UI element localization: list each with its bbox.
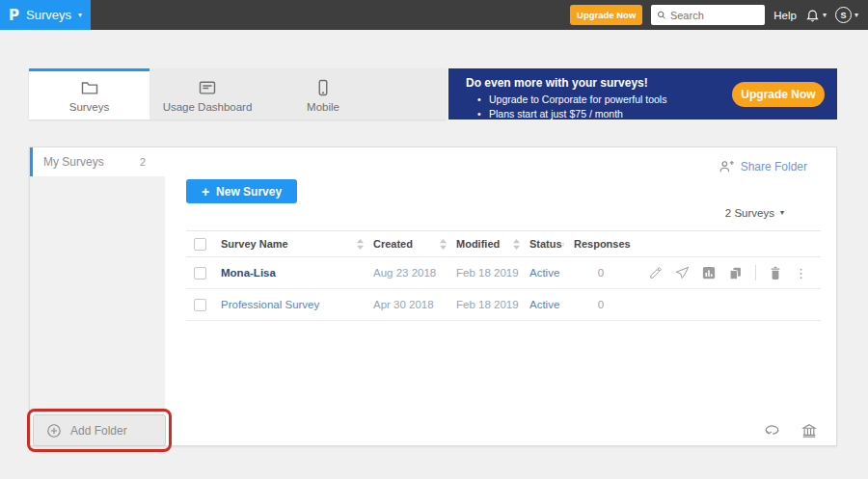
upgrade-banner: Do even more with your surveys! Upgrade …: [448, 68, 837, 120]
survey-count-label: 2 Surveys: [725, 207, 774, 219]
table-row: Mona-Lisa Aug 23 2018 Feb 18 2019 Active…: [186, 257, 821, 289]
notifications-menu[interactable]: ▾: [805, 8, 827, 22]
sort-icon[interactable]: [357, 239, 364, 250]
folder-icon: [80, 78, 99, 97]
tab-label: Surveys: [69, 101, 110, 113]
row-checkbox[interactable]: [194, 267, 206, 279]
sidebar-item-my-surveys[interactable]: My Surveys 2: [30, 147, 165, 176]
chevron-down-icon: ▾: [854, 12, 858, 19]
column-header-responses[interactable]: Responses: [574, 238, 628, 250]
modified-date: Feb 18 2019: [456, 267, 529, 279]
row-actions: ⋮: [628, 265, 821, 280]
tab-mobile[interactable]: Mobile: [265, 68, 381, 120]
delete-trash-icon[interactable]: [769, 266, 782, 280]
more-kebab-icon[interactable]: ⋮: [795, 267, 807, 279]
panel-footer-icons: [765, 423, 817, 438]
survey-name-link[interactable]: Professional Survey: [221, 299, 373, 310]
created-date: Apr 30 2018: [373, 299, 456, 310]
avatar: S: [835, 7, 852, 23]
chevron-down-icon: ▾: [78, 12, 82, 19]
column-header-created[interactable]: Created: [373, 238, 456, 250]
survey-count-dropdown[interactable]: 2 Surveys ▾: [725, 207, 784, 219]
share-person-icon: [719, 159, 735, 173]
created-date: Aug 23 2018: [373, 267, 456, 279]
add-folder-button[interactable]: Add Folder: [33, 414, 166, 446]
tab-label: Mobile: [307, 101, 339, 113]
folder-list-area: [30, 176, 165, 411]
share-folder-label: Share Folder: [741, 160, 807, 173]
banner-bullet: Plans start at just $75 / month: [466, 107, 837, 121]
send-plane-icon[interactable]: [675, 266, 690, 280]
survey-name-link[interactable]: Mona-Lisa: [221, 267, 373, 279]
surveys-table: Survey Name Created Modified Status Resp…: [186, 230, 821, 321]
sort-icon[interactable]: [562, 239, 564, 250]
reports-chart-icon[interactable]: [702, 266, 716, 279]
app-menu-label: Surveys: [26, 8, 71, 22]
plus-circle-icon: [46, 423, 62, 439]
add-folder-label: Add Folder: [70, 424, 127, 438]
column-header-status[interactable]: Status: [529, 238, 574, 250]
tab-surveys[interactable]: Surveys: [29, 68, 149, 120]
sort-icon[interactable]: [440, 239, 447, 250]
modified-date: Feb 18 2019: [456, 299, 529, 310]
search-box[interactable]: [651, 5, 765, 25]
share-folder-link[interactable]: Share Folder: [719, 159, 807, 173]
status-value[interactable]: Active: [529, 267, 574, 279]
actions-divider: [755, 265, 756, 280]
chevron-down-icon: ▾: [823, 12, 827, 19]
status-value[interactable]: Active: [529, 299, 574, 310]
row-checkbox[interactable]: [194, 299, 206, 311]
responses-count: 0: [598, 267, 604, 279]
search-icon: [657, 10, 666, 20]
chevron-down-icon: ▾: [780, 209, 784, 217]
banner-upgrade-button[interactable]: Upgrade Now: [732, 82, 825, 107]
column-header-modified[interactable]: Modified: [456, 238, 529, 250]
surveys-panel: My Surveys 2 Add Folder Share Folder + N…: [29, 146, 837, 446]
responses-count: 0: [598, 299, 604, 310]
search-input[interactable]: [670, 10, 759, 21]
table-header-row: Survey Name Created Modified Status Resp…: [186, 230, 821, 257]
restore-icon[interactable]: [765, 423, 782, 438]
sort-icon[interactable]: [513, 239, 520, 250]
proprofs-logo: P: [9, 7, 19, 24]
dashboard-icon: [198, 78, 217, 97]
duplicate-copy-icon[interactable]: [728, 266, 743, 280]
new-survey-button[interactable]: + New Survey: [186, 179, 297, 203]
topbar: P Surveys ▾ Upgrade Now Help ▾ S ▾: [0, 0, 868, 30]
edit-pencil-icon[interactable]: [649, 266, 663, 279]
plus-icon: +: [202, 184, 209, 200]
main-tabs: Surveys Usage Dashboard Mobile: [29, 68, 446, 120]
archive-building-icon[interactable]: [801, 423, 817, 438]
column-header-survey-name[interactable]: Survey Name: [221, 238, 373, 250]
mobile-icon: [313, 78, 333, 97]
my-surveys-label: My Surveys: [43, 155, 104, 169]
account-menu[interactable]: S ▾: [835, 7, 858, 23]
tab-label: Usage Dashboard: [163, 101, 253, 113]
app-switcher-menu[interactable]: P Surveys ▾: [0, 0, 91, 30]
bell-icon: [805, 8, 820, 22]
table-row: Professional Survey Apr 30 2018 Feb 18 2…: [186, 289, 821, 321]
help-link[interactable]: Help: [773, 10, 797, 21]
select-all-checkbox[interactable]: [194, 238, 206, 251]
upgrade-now-button[interactable]: Upgrade Now: [570, 5, 642, 25]
new-survey-label: New Survey: [216, 185, 282, 199]
my-surveys-count: 2: [140, 156, 146, 168]
tab-usage-dashboard[interactable]: Usage Dashboard: [149, 68, 265, 120]
topbar-right: Upgrade Now Help ▾ S ▾: [570, 5, 868, 25]
